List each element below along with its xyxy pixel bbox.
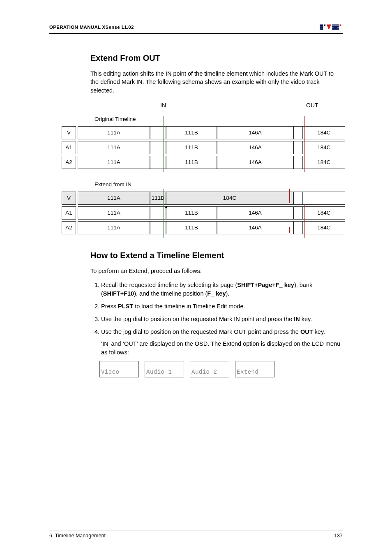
section-1-para: This editing action shifts the IN point … (90, 69, 343, 95)
lcd-audio-1: Audio 1 (145, 361, 184, 377)
cell: 111A (78, 156, 150, 169)
out-marker-line-ext-bottom (289, 227, 290, 233)
track-a2: A2 (62, 221, 76, 234)
header-left: OPERATION MANUAL XSense 11.02 (49, 25, 134, 30)
in-marker-line-2 (163, 189, 164, 238)
footer-left: 6. Timeline Management (49, 533, 106, 539)
cell: 111B (166, 206, 217, 220)
lcd-extend: Extend (235, 361, 274, 377)
track-a1: A1 (62, 141, 76, 154)
cell: 111B (166, 126, 217, 139)
svg-rect-6 (332, 24, 339, 25)
cell: 146A (217, 141, 293, 154)
cell: 111A (78, 141, 150, 154)
cell: 146A (217, 126, 293, 139)
arrow-left-icon: ◄ (164, 204, 168, 209)
page-footer: 6. Timeline Management 137 (49, 530, 343, 539)
out-marker-line (304, 116, 305, 172)
svg-marker-4 (327, 24, 331, 30)
track-a1: A1 (62, 206, 76, 220)
extend-timeline-table: V 111A 111B 184C A1 111A (62, 192, 345, 234)
track-v: V (62, 126, 76, 139)
in-marker-label: IN (160, 102, 166, 109)
cell: 146A (217, 156, 293, 169)
step-4-sub: ‘IN’ and ‘OUT’ are displayed on the OSD.… (101, 340, 343, 357)
cell: 111B (166, 141, 217, 154)
cell: 146A (217, 206, 293, 220)
cell: 184C (303, 156, 345, 169)
original-timeline-label: Original Timeline (62, 116, 345, 122)
lcd-audio-2: Audio 2 (190, 361, 229, 377)
cell: 111A (78, 206, 150, 220)
cell: 184C (303, 206, 345, 220)
lcd-menu: Video Audio 1 Audio 2 Extend (99, 361, 343, 377)
out-marker-label: OUT (306, 102, 318, 109)
track-v: V (62, 192, 76, 205)
svg-rect-1 (320, 26, 323, 28)
svg-rect-0 (320, 24, 323, 26)
out-marker-line-2 (304, 204, 305, 238)
section-2-title: How to Extend a Timeline Element (90, 251, 343, 260)
cell: 111A (78, 221, 150, 234)
extend-from-in-label: Extend from IN (62, 181, 345, 187)
cell: 184C (303, 126, 345, 139)
svg-rect-3 (324, 24, 325, 26)
cell: 111A (78, 126, 150, 139)
step-4: Use the jog dial to position on the requ… (101, 328, 343, 377)
cell: 146A (217, 221, 293, 234)
section-1-title: Extend From OUT (90, 53, 343, 63)
cell: 111B (166, 221, 217, 234)
cell: 184C (166, 192, 293, 205)
track-a2: A2 (62, 156, 76, 169)
page-header: OPERATION MANUAL XSense 11.02 (49, 23, 343, 34)
cell: 111B (166, 156, 217, 169)
cell: 184C (303, 221, 345, 234)
footer-page-number: 137 (334, 533, 343, 539)
evs-logo (320, 23, 343, 32)
timeline-diagram: IN OUT Original Timeline V 111A 111B (49, 102, 343, 234)
step-3: Use the jog dial to position on the requ… (101, 315, 343, 324)
svg-rect-2 (320, 28, 323, 30)
lcd-video: Video (99, 361, 139, 377)
in-marker-line (163, 116, 164, 172)
step-1: Recall the requested timeline by selecti… (101, 281, 343, 298)
step-2: Press PLST to load the timeline in Timel… (101, 302, 343, 311)
out-marker-line-ext-top (289, 189, 290, 203)
cell: 111A (78, 192, 150, 205)
cell: 111B (150, 192, 166, 205)
section-2-para: To perform an Extend, proceed as follows… (90, 267, 343, 275)
svg-rect-5 (340, 24, 341, 26)
steps-list: Recall the requested timeline by selecti… (90, 281, 343, 377)
original-timeline-table: V 111A 111B 146A 184C A1 (62, 126, 345, 169)
cell: 184C (303, 141, 345, 154)
